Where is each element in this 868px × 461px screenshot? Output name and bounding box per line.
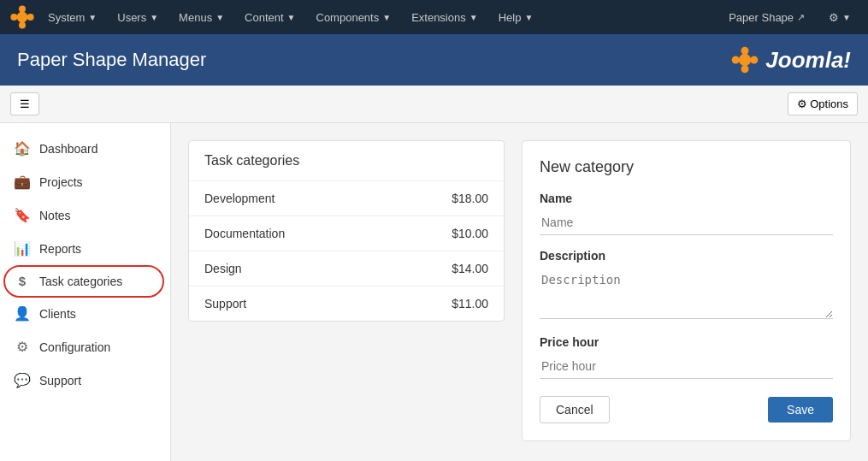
chevron-down-icon: ▼ (287, 13, 296, 22)
joomla-logo-icon (9, 3, 36, 31)
svg-point-9 (732, 56, 740, 64)
top-navigation: System ▼ Users ▼ Menus ▼ Content ▼ Compo… (0, 0, 868, 34)
svg-point-2 (27, 14, 34, 21)
nav-content[interactable]: Content ▼ (236, 6, 304, 29)
task-categories-heading: Task categories (189, 141, 504, 181)
main-layout: 🏠 Dashboard 💼 Projects 🔖 Notes 📊 Reports… (0, 123, 868, 461)
task-categories-panel: Task categories Development $18.00 Docum… (188, 140, 505, 322)
category-name: Design (189, 251, 385, 287)
brand-bar: Paper Shape Manager Joomla! (0, 34, 868, 86)
new-category-panel: New category Name Description Price hour… (522, 140, 851, 441)
chevron-down-icon: ▼ (88, 13, 97, 22)
external-link-icon: ↗ (797, 12, 805, 23)
table-row[interactable]: Support $11.00 (189, 287, 504, 322)
gear-menu[interactable]: ⚙ ▼ (820, 6, 859, 29)
name-field-group: Name (540, 192, 833, 235)
nav-extensions[interactable]: Extensions ▼ (403, 6, 487, 29)
sidebar-item-notes[interactable]: 🔖 Notes (0, 198, 170, 232)
svg-point-4 (10, 14, 17, 21)
config-icon: ⚙ (14, 339, 31, 355)
sidebar-item-dashboard[interactable]: 🏠 Dashboard (0, 132, 170, 165)
category-price: $14.00 (385, 251, 504, 287)
task-categories-wrapper: $ Task categories (0, 265, 170, 297)
svg-point-8 (741, 65, 749, 73)
nav-system[interactable]: System ▼ (39, 6, 105, 29)
description-input[interactable] (540, 268, 833, 319)
sidebar-item-clients[interactable]: 👤 Clients (0, 297, 170, 330)
chevron-down-icon: ▼ (216, 13, 224, 22)
category-price: $10.00 (385, 216, 504, 251)
user-menu[interactable]: Paper Shape ↗ (720, 6, 813, 29)
joomla-brand-logo-icon (729, 44, 760, 75)
notes-icon: 🔖 (14, 207, 31, 223)
form-actions: Cancel Save (540, 396, 833, 423)
nav-help[interactable]: Help ▼ (490, 6, 542, 29)
chevron-down-icon: ▼ (150, 13, 158, 22)
category-name: Development (189, 181, 385, 216)
nav-users[interactable]: Users ▼ (109, 6, 167, 29)
table-row[interactable]: Design $14.00 (189, 251, 504, 287)
price-field-group: Price hour (540, 335, 833, 379)
category-price: $18.00 (385, 181, 504, 216)
category-price: $11.00 (385, 287, 504, 322)
save-button[interactable]: Save (768, 397, 833, 423)
joomla-brand-text: Joomla! (765, 47, 851, 74)
svg-point-1 (19, 5, 26, 12)
svg-point-3 (19, 22, 26, 29)
name-input[interactable] (540, 210, 833, 235)
sidebar-item-projects[interactable]: 💼 Projects (0, 165, 170, 198)
description-label: Description (540, 249, 833, 263)
category-name: Documentation (189, 216, 385, 251)
projects-icon: 💼 (14, 174, 31, 190)
price-input[interactable] (540, 354, 833, 379)
main-content: Task categories Development $18.00 Docum… (171, 123, 868, 461)
svg-point-7 (751, 56, 759, 64)
options-button[interactable]: ⚙ Options (788, 92, 858, 115)
toolbar: ☰ ⚙ Options (0, 86, 868, 123)
reports-icon: 📊 (14, 240, 31, 257)
task-categories-table: Development $18.00 Documentation $10.00 … (189, 181, 504, 321)
nav-menus[interactable]: Menus ▼ (170, 6, 233, 29)
dollar-icon: $ (14, 274, 31, 288)
chevron-down-icon: ▼ (382, 13, 391, 22)
table-row[interactable]: Development $18.00 (189, 181, 504, 216)
category-name: Support (189, 287, 385, 322)
table-row[interactable]: Documentation $10.00 (189, 216, 504, 251)
top-nav-left: System ▼ Users ▼ Menus ▼ Content ▼ Compo… (9, 3, 541, 31)
clients-icon: 👤 (14, 305, 31, 322)
support-icon: 💬 (14, 372, 31, 388)
name-label: Name (540, 192, 833, 205)
sidebar-item-configuration[interactable]: ⚙ Configuration (0, 330, 170, 363)
svg-point-0 (17, 12, 28, 23)
sidebar: 🏠 Dashboard 💼 Projects 🔖 Notes 📊 Reports… (0, 123, 171, 461)
sidebar-item-reports[interactable]: 📊 Reports (0, 232, 170, 265)
toggle-sidebar-button[interactable]: ☰ (10, 92, 39, 115)
sidebar-item-task-categories[interactable]: $ Task categories (0, 265, 170, 297)
svg-point-5 (739, 54, 751, 66)
price-label: Price hour (540, 335, 833, 349)
new-category-title: New category (540, 158, 833, 176)
joomla-brand: Joomla! (729, 44, 851, 75)
chevron-down-icon: ▼ (842, 13, 851, 22)
nav-components[interactable]: Components ▼ (308, 6, 400, 29)
cancel-button[interactable]: Cancel (540, 396, 610, 423)
top-nav-right: Paper Shape ↗ ⚙ ▼ (720, 6, 859, 29)
sidebar-item-support[interactable]: 💬 Support (0, 363, 170, 397)
chevron-down-icon: ▼ (524, 13, 533, 22)
app-title: Paper Shape Manager (17, 49, 206, 71)
chevron-down-icon: ▼ (469, 13, 478, 22)
home-icon: 🏠 (14, 140, 31, 157)
description-field-group: Description (540, 249, 833, 322)
svg-point-6 (741, 47, 749, 55)
